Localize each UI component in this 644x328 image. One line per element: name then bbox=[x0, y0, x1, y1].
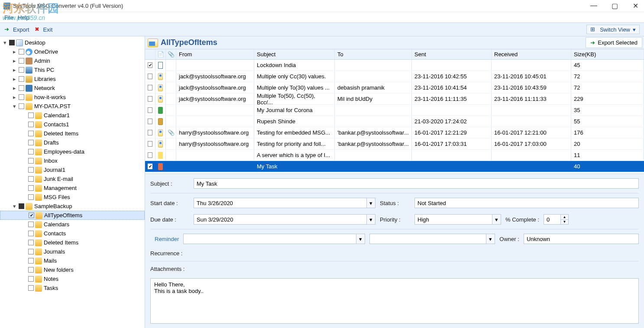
tree-item[interactable]: ▾MY-DATA.PST bbox=[0, 102, 145, 111]
tree-item[interactable]: Tasks bbox=[0, 283, 145, 293]
tree-item[interactable]: Deleted Items bbox=[0, 129, 145, 138]
subject-field[interactable]: My Task bbox=[194, 178, 639, 189]
tree-item[interactable]: ▸Libraries bbox=[0, 74, 145, 84]
tree-item[interactable]: Inbox bbox=[0, 156, 145, 165]
tree-item[interactable]: Contacts bbox=[0, 229, 145, 238]
percent-complete-field[interactable]: ▲▼ bbox=[544, 214, 569, 225]
tree-item[interactable]: AllTypeOfItems bbox=[0, 211, 145, 220]
tree-checkbox[interactable] bbox=[19, 76, 24, 82]
row-checkbox[interactable] bbox=[145, 60, 155, 71]
tree-twisty-icon[interactable]: ▸ bbox=[11, 58, 17, 64]
tree-checkbox[interactable] bbox=[28, 240, 34, 245]
tree-checkbox[interactable] bbox=[28, 131, 34, 136]
spin-down-icon[interactable]: ▼ bbox=[561, 220, 568, 225]
tree-checkbox[interactable] bbox=[28, 258, 34, 264]
table-row[interactable]: jack@systoolssoftware.orgMultiple To(50)… bbox=[145, 93, 644, 105]
tree-twisty-icon[interactable]: ▾ bbox=[2, 39, 8, 46]
tree-checkbox[interactable] bbox=[28, 122, 34, 127]
row-checkbox[interactable] bbox=[145, 105, 155, 116]
tree-checkbox[interactable] bbox=[29, 212, 34, 218]
chevron-down-icon[interactable]: ▾ bbox=[486, 234, 495, 244]
tree-item[interactable]: Management bbox=[0, 183, 145, 193]
tree-checkbox[interactable] bbox=[28, 276, 34, 282]
chevron-down-icon[interactable]: ▾ bbox=[366, 198, 375, 208]
switch-view-button[interactable]: ⊞ Switch View ▾ bbox=[586, 25, 640, 34]
export-selected-button[interactable]: ➜ Export Selected bbox=[586, 37, 642, 48]
exit-button[interactable]: ✖ Exit bbox=[35, 26, 53, 33]
tree-item[interactable]: ▾Desktop bbox=[0, 38, 145, 47]
table-row[interactable]: Rupesh Shinde21-03-2020 17:24:0255 bbox=[145, 116, 644, 127]
tree-item[interactable]: Notes bbox=[0, 274, 145, 283]
table-row[interactable]: jack@systoolssoftware.orgMultiple only C… bbox=[145, 71, 644, 82]
tree-checkbox[interactable] bbox=[19, 103, 24, 109]
priority-field[interactable]: High ▾ bbox=[414, 214, 501, 225]
tree-checkbox[interactable] bbox=[19, 58, 24, 64]
row-checkbox[interactable] bbox=[145, 127, 155, 138]
tree-item[interactable]: ▸OneDrive bbox=[0, 47, 145, 56]
tree-checkbox[interactable] bbox=[28, 194, 34, 200]
due-date-field[interactable]: Sun 3/29/2020 ▾ bbox=[194, 214, 375, 225]
table-row[interactable]: harry@systoolssoftware.orgTesting for pr… bbox=[145, 138, 644, 150]
tree-checkbox[interactable] bbox=[28, 149, 34, 154]
row-checkbox[interactable] bbox=[145, 71, 155, 82]
header-attachment-icon[interactable]: 📎 bbox=[166, 49, 176, 59]
tree-twisty-icon[interactable]: ▸ bbox=[11, 85, 17, 91]
maximize-button[interactable]: ▢ bbox=[609, 2, 620, 10]
tree-checkbox[interactable] bbox=[28, 113, 34, 118]
percent-complete-input[interactable] bbox=[544, 214, 561, 225]
tree-checkbox[interactable] bbox=[28, 140, 34, 145]
start-date-field[interactable]: Thu 3/26/2020 ▾ bbox=[194, 198, 375, 208]
tree-checkbox[interactable] bbox=[28, 158, 34, 164]
reminder-time-field[interactable]: ▾ bbox=[369, 234, 495, 244]
header-type-icon[interactable]: 📄 bbox=[155, 49, 166, 59]
table-row[interactable]: A server which is a type of I...11 bbox=[145, 150, 644, 161]
tree-twisty-icon[interactable]: ▸ bbox=[11, 94, 17, 100]
row-checkbox[interactable] bbox=[145, 82, 155, 93]
tree-item[interactable]: Contacts1 bbox=[0, 120, 145, 129]
chevron-down-icon[interactable]: ▾ bbox=[366, 215, 375, 224]
tree-checkbox[interactable] bbox=[28, 185, 34, 191]
minimize-button[interactable]: — bbox=[589, 2, 599, 10]
tree-checkbox[interactable] bbox=[28, 249, 34, 254]
tree-item[interactable]: New folders bbox=[0, 265, 145, 274]
chevron-down-icon[interactable]: ▾ bbox=[356, 234, 365, 244]
menu-help[interactable]: Help bbox=[18, 14, 29, 21]
tree-checkbox[interactable] bbox=[28, 222, 34, 227]
header-checkbox[interactable] bbox=[145, 49, 155, 59]
header-subject[interactable]: Subject bbox=[254, 49, 335, 59]
tree-twisty-icon[interactable]: ▸ bbox=[11, 67, 17, 73]
tree-checkbox[interactable] bbox=[19, 94, 24, 100]
tree-item[interactable]: Drafts bbox=[0, 138, 145, 147]
row-checkbox[interactable] bbox=[145, 138, 155, 149]
tree-checkbox[interactable] bbox=[19, 49, 24, 55]
table-row[interactable]: Lockdown India45 bbox=[145, 60, 644, 71]
tree-item[interactable]: MSG Files bbox=[0, 193, 145, 202]
tree-item[interactable]: Junk E-mail bbox=[0, 174, 145, 183]
table-row[interactable]: My Journal for Corona35 bbox=[145, 105, 644, 116]
table-row[interactable]: My Task40 bbox=[145, 161, 644, 172]
reminder-date-field[interactable]: ▾ bbox=[183, 234, 365, 244]
tree-checkbox[interactable] bbox=[9, 40, 15, 45]
tree-checkbox[interactable] bbox=[28, 285, 34, 291]
folder-tree[interactable]: ▾Desktop▸OneDrive▸Admin▸This PC▸Librarie… bbox=[0, 36, 145, 328]
item-grid[interactable]: Lockdown India45jack@systoolssoftware.or… bbox=[145, 60, 644, 174]
tree-checkbox[interactable] bbox=[19, 85, 24, 91]
tree-item[interactable]: ▸Network bbox=[0, 84, 145, 93]
table-row[interactable]: jack@systoolssoftware.orgMultiple only T… bbox=[145, 82, 644, 93]
status-field[interactable]: Not Started bbox=[414, 198, 639, 208]
row-checkbox[interactable] bbox=[145, 161, 155, 172]
tree-item[interactable]: Calendar1 bbox=[0, 111, 145, 120]
row-checkbox[interactable] bbox=[145, 116, 155, 127]
tree-checkbox[interactable] bbox=[28, 176, 34, 182]
tree-item[interactable]: ▸Admin bbox=[0, 56, 145, 65]
row-checkbox[interactable] bbox=[145, 150, 155, 161]
task-body[interactable]: Hello There, This is a task body.. bbox=[150, 278, 639, 324]
table-row[interactable]: 📎harry@systoolssoftware.orgTesting for e… bbox=[145, 127, 644, 138]
tree-checkbox[interactable] bbox=[19, 203, 24, 209]
tree-item[interactable]: ▸This PC bbox=[0, 65, 145, 74]
tree-twisty-icon[interactable]: ▾ bbox=[11, 203, 17, 209]
spin-up-icon[interactable]: ▲ bbox=[561, 215, 568, 220]
tree-twisty-icon[interactable]: ▸ bbox=[11, 48, 17, 55]
tree-item[interactable]: ▸how-it-works bbox=[0, 93, 145, 102]
tree-checkbox[interactable] bbox=[19, 67, 24, 73]
